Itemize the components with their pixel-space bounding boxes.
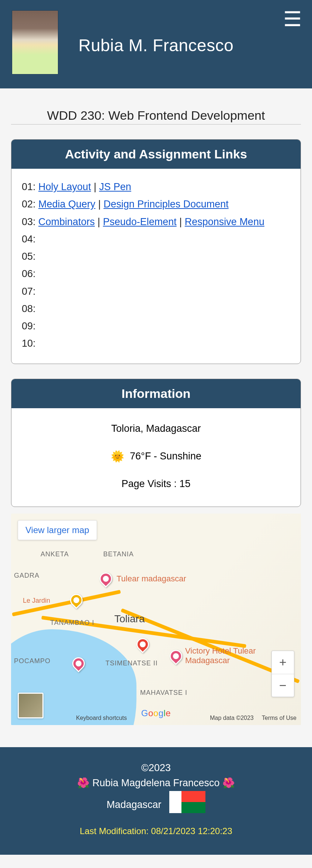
site-header: Rubia M. Francesco ☰ — [0, 0, 312, 88]
info-visits: Page Visits : 15 — [15, 478, 297, 490]
link-list-row: 08: — [22, 300, 290, 318]
row-number: 01: — [22, 181, 38, 192]
link-list-row: 01: Holy Layout | JS Pen — [22, 178, 290, 196]
assignment-link[interactable]: Pseudo-Element — [103, 216, 177, 227]
hibiscus-icon: 🌺 — [222, 777, 235, 788]
link-list-row: 03: Combinators | Pseudo-Element | Respo… — [22, 213, 290, 231]
map-area-label: TANAMBAO I — [50, 619, 94, 627]
hamburger-icon: ☰ — [283, 12, 302, 27]
zoom-out-button[interactable]: − — [272, 674, 294, 697]
weather-text: 76°F - Sunshine — [130, 451, 201, 462]
map-footer: Keyboard shortcuts Map data ©2023 Terms … — [210, 715, 297, 721]
link-list: 01: Holy Layout | JS Pen02: Media Query … — [22, 178, 290, 353]
assignment-link[interactable]: JS Pen — [99, 181, 131, 192]
assignment-link[interactable]: Design Principles Document — [104, 199, 229, 210]
view-larger-map-button[interactable]: View larger map — [18, 520, 97, 540]
link-list-row: 02: Media Query | Design Principles Docu… — [22, 196, 290, 213]
sun-icon: 🌞 — [111, 450, 124, 462]
links-card-header: Activity and Assignment Links — [11, 140, 301, 169]
footer-country-line: Madagascar — [7, 791, 305, 813]
link-list-row: 06: — [22, 265, 290, 283]
terms-link[interactable]: Terms of Use — [262, 715, 297, 721]
footer-name-line: 🌺 Rubia Magdelena Francesco 🌺 — [7, 776, 305, 791]
hamburger-menu-button[interactable]: ☰ — [283, 12, 302, 27]
map-city-label: Toliara — [114, 613, 145, 625]
keyboard-shortcuts-link[interactable]: Keyboard shortcuts — [76, 715, 127, 721]
assignment-link[interactable]: Combinators — [38, 216, 95, 227]
row-number: 04: — [22, 234, 36, 245]
footer-last-modified: Last Modification: 08/21/2023 12:20:23 — [7, 824, 305, 838]
map-satellite-toggle[interactable] — [18, 693, 44, 718]
info-location: Toloria, Madagascar — [15, 423, 297, 434]
info-weather: 🌞 76°F - Sunshine — [15, 450, 297, 463]
map-area-label: BETANIA — [103, 550, 134, 558]
course-title: WDD 230: Web Frontend Development — [11, 108, 301, 125]
map-poi-label[interactable]: Le Jardin — [23, 597, 50, 605]
map-area-label: POCAMPO — [14, 657, 51, 665]
row-number: 06: — [22, 268, 36, 279]
row-number: 09: — [22, 321, 36, 332]
info-card-header: Information — [11, 379, 301, 408]
assignment-link[interactable]: Responsive Menu — [185, 216, 264, 227]
map-area-label: MAHAVATSE I — [140, 689, 187, 697]
link-list-row: 07: — [22, 283, 290, 300]
link-list-row: 10: — [22, 335, 290, 352]
row-number: 07: — [22, 286, 36, 297]
link-list-row: 05: — [22, 248, 290, 265]
map-area-label: TSIMENATSE II — [105, 659, 158, 667]
madagascar-flag-icon — [169, 791, 205, 813]
row-number: 10: — [22, 338, 36, 349]
site-title: Rubia M. Francesco — [0, 35, 312, 55]
map-area-label: GADRA — [14, 572, 39, 580]
row-number: 05: — [22, 251, 36, 262]
links-card: Activity and Assignment Links 01: Holy L… — [11, 139, 301, 364]
row-number: 08: — [22, 303, 36, 314]
row-number: 02: — [22, 199, 38, 210]
footer-copyright: ©2023 — [7, 760, 305, 776]
zoom-in-button[interactable]: + — [272, 651, 294, 674]
map-data-label: Map data ©2023 — [210, 715, 254, 721]
assignment-link[interactable]: Holy Layout — [38, 181, 91, 192]
hibiscus-icon: 🌺 — [77, 777, 90, 788]
link-list-row: 09: — [22, 318, 290, 335]
info-card: Information Toloria, Madagascar 🌞 76°F -… — [11, 379, 301, 507]
site-footer: ©2023 🌺 Rubia Magdelena Francesco 🌺 Mada… — [0, 747, 312, 855]
map-zoom-controls: + − — [271, 651, 294, 697]
google-logo: Google — [141, 708, 171, 718]
map-poi-label[interactable]: Tulear madagascar — [117, 574, 186, 584]
link-list-row: 04: — [22, 231, 290, 248]
row-number: 03: — [22, 216, 38, 227]
map[interactable]: View larger map ANKETA BETANIA GADRA TAN… — [11, 514, 301, 725]
assignment-link[interactable]: Media Query — [38, 199, 96, 210]
map-area-label: ANKETA — [41, 550, 69, 558]
